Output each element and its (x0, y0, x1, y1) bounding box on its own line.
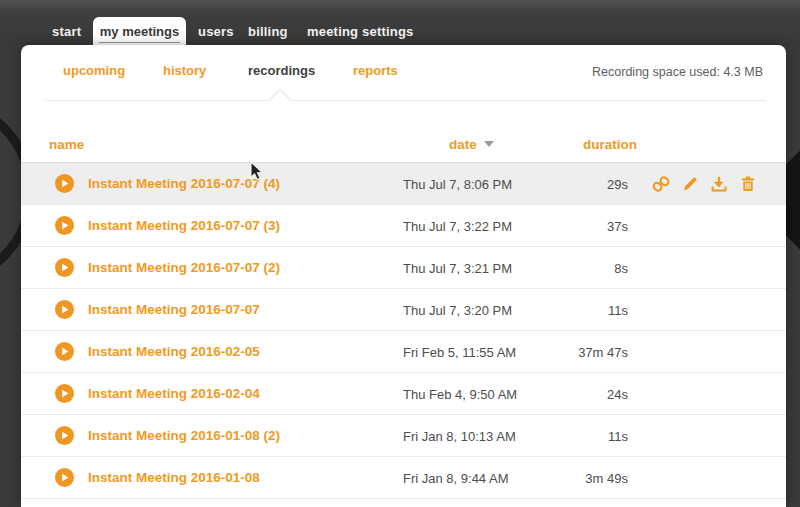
subtab-upcoming[interactable]: upcoming (63, 63, 125, 78)
recording-name[interactable]: Instant Meeting 2016-01-08 (88, 470, 260, 485)
subtab-reports[interactable]: reports (353, 63, 398, 78)
table-row[interactable]: Instant Meeting 2016-01-08 Fri Jan 8, 9:… (21, 457, 786, 499)
play-icon[interactable] (55, 384, 74, 403)
recording-duration: 11s (511, 429, 628, 444)
table-row[interactable]: Instant Meeting 2016-02-04 Thu Feb 4, 9:… (21, 373, 786, 415)
table-row[interactable]: Instant Meeting 2016-07-07 (3) Thu Jul 7… (21, 205, 786, 247)
table-row[interactable]: Instant Meeting 2016-07-07 (4) Thu Jul 7… (21, 163, 786, 205)
tab-billing[interactable]: billing (248, 24, 288, 39)
table-row[interactable]: Instant Meeting 2016-01-08 (2) Fri Jan 8… (21, 415, 786, 457)
play-icon[interactable] (55, 258, 74, 277)
recording-duration: 37s (511, 219, 628, 234)
recording-date: Thu Jul 7, 3:20 PM (403, 303, 512, 318)
content-panel: upcoming history recordings reports Reco… (21, 45, 786, 507)
play-icon[interactable] (55, 342, 74, 361)
recording-space-used: Recording space used: 4.3 MB (592, 65, 763, 79)
recording-date: Fri Jan 8, 10:13 AM (403, 429, 516, 444)
recording-duration: 37m 47s (511, 345, 628, 360)
recording-date: Fri Jan 8, 9:44 AM (403, 471, 509, 486)
play-icon[interactable] (55, 426, 74, 445)
trash-icon[interactable] (739, 175, 757, 193)
recording-duration: 24s (511, 387, 628, 402)
sort-desc-icon (484, 141, 494, 147)
recording-name[interactable]: Instant Meeting 2016-02-05 (88, 344, 260, 359)
recording-duration: 11s (511, 303, 628, 318)
table-row[interactable]: Instant Meeting 2016-07-07 (2) Thu Jul 7… (21, 247, 786, 289)
recording-name[interactable]: Instant Meeting 2016-07-07 (4) (88, 176, 280, 191)
table-row[interactable]: Instant Meeting 2016-07-07 Thu Jul 7, 3:… (21, 289, 786, 331)
recording-name[interactable]: Instant Meeting 2016-01-08 (2) (88, 428, 280, 443)
subnav-divider (45, 100, 766, 101)
recording-date: Thu Jul 7, 3:22 PM (403, 219, 512, 234)
recording-date: Thu Jul 7, 3:21 PM (403, 261, 512, 276)
recording-date: Thu Feb 4, 9:50 AM (403, 387, 517, 402)
recording-name[interactable]: Instant Meeting 2016-02-04 (88, 386, 260, 401)
tab-start[interactable]: start (52, 24, 81, 39)
subtab-recordings[interactable]: recordings (248, 63, 315, 78)
subtab-history[interactable]: history (163, 63, 206, 78)
tab-users[interactable]: users (198, 24, 234, 39)
tab-meeting-settings[interactable]: meeting settings (307, 24, 414, 39)
active-tab-notch (269, 89, 292, 112)
top-navigation: start my meetings users billing meeting … (0, 0, 800, 45)
tab-my-meetings[interactable]: my meetings (93, 17, 186, 45)
recording-date: Thu Jul 7, 8:06 PM (403, 177, 512, 192)
recording-duration: 8s (511, 261, 628, 276)
recording-duration: 3m 49s (511, 471, 628, 486)
pencil-icon[interactable] (681, 175, 699, 193)
play-icon[interactable] (55, 174, 74, 193)
column-header-date-label: date (449, 137, 477, 152)
recording-date: Fri Feb 5, 11:55 AM (403, 345, 516, 360)
row-actions (652, 175, 757, 193)
recording-name[interactable]: Instant Meeting 2016-07-07 (3) (88, 218, 280, 233)
play-icon[interactable] (55, 468, 74, 487)
recording-duration: 29s (511, 177, 628, 192)
table-row[interactable]: Instant Meeting 2016-02-05 Fri Feb 5, 11… (21, 331, 786, 373)
play-icon[interactable] (55, 216, 74, 235)
link-icon[interactable] (652, 175, 670, 193)
recordings-list: Instant Meeting 2016-07-07 (4) Thu Jul 7… (21, 163, 786, 499)
download-icon[interactable] (710, 175, 728, 193)
column-header-duration[interactable]: duration (583, 137, 637, 152)
column-header-date[interactable]: date (449, 137, 494, 152)
recording-name[interactable]: Instant Meeting 2016-07-07 (2) (88, 260, 280, 275)
play-icon[interactable] (55, 300, 74, 319)
column-header-name[interactable]: name (49, 137, 84, 152)
recording-name[interactable]: Instant Meeting 2016-07-07 (88, 302, 260, 317)
